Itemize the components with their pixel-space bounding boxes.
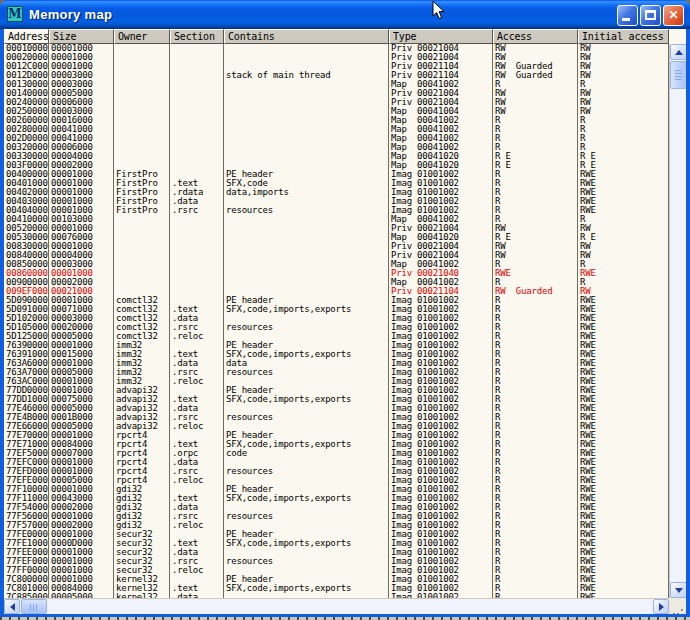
cell: 00401000: [4, 179, 49, 188]
close-button[interactable]: ✕: [663, 5, 684, 26]
table-row[interactable]: 77EFD00000001000rpcrt4.rsrcresourcesImag…: [4, 467, 669, 476]
scroll-down-button[interactable]: [670, 582, 686, 598]
table-row[interactable]: 77FE000000001000secur32PE headerImag 010…: [4, 530, 669, 539]
column-header-owner[interactable]: Owner: [114, 29, 170, 44]
resize-grip[interactable]: [669, 598, 686, 614]
memory-map-table: 0001000000001000Priv 00021004RWRW0002000…: [4, 44, 669, 598]
table-row[interactable]: 0012D00000003000stack of main threadPriv…: [4, 71, 669, 80]
table-row[interactable]: 77FEE00000001000secur32.dataImag 0100100…: [4, 548, 669, 557]
table-row[interactable]: 0024000000006000Priv 00021004RWRW: [4, 98, 669, 107]
cell: R: [493, 548, 578, 557]
cell: PE header: [224, 431, 389, 440]
table-row[interactable]: 7C80000000001000kernel32PE headerImag 01…: [4, 575, 669, 584]
cell: .reloc: [170, 521, 224, 530]
table-row[interactable]: 0085000000003000Map 00041002RR: [4, 260, 669, 269]
horizontal-scrollbar-thumb[interactable]: [21, 599, 47, 614]
table-row[interactable]: 0040400000001000FirstPro.rsrcresourcesIm…: [4, 206, 669, 215]
table-row[interactable]: 0040000000001000FirstProPE headerImag 01…: [4, 170, 669, 179]
column-header-size[interactable]: Size: [49, 29, 114, 44]
cell: R: [493, 503, 578, 512]
vertical-scrollbar[interactable]: [669, 44, 686, 598]
table-row[interactable]: 77F1000000001000gdi32PE headerImag 01001…: [4, 485, 669, 494]
table-row[interactable]: 77DD000000001000advapi32PE headerImag 01…: [4, 386, 669, 395]
cell: 00003000: [49, 71, 114, 80]
table-row[interactable]: 5D10500000020000comctl32.rsrcresourcesIm…: [4, 323, 669, 332]
cell: PE header: [224, 296, 389, 305]
table-row[interactable]: 77DD100000075000advapi32.textSFX,code,im…: [4, 395, 669, 404]
table-row[interactable]: 77E6600000005000advapi32.relocImag 01001…: [4, 422, 669, 431]
table-row[interactable]: 5D10200000003000comctl32.dataImag 010010…: [4, 314, 669, 323]
memory-map-window: M Memory map ✕ AddressSizeOwnerSectionCo…: [0, 0, 690, 617]
column-header-access[interactable]: Access: [493, 29, 578, 44]
table-row[interactable]: 7639100000015000imm32.textSFX,code,impor…: [4, 350, 669, 359]
horizontal-scrollbar[interactable]: [4, 598, 669, 614]
table-row[interactable]: 77F1100000043000gdi32.textSFX,code,impor…: [4, 494, 669, 503]
table-row[interactable]: 5D09000000001000comctl32PE headerImag 01…: [4, 296, 669, 305]
table-row[interactable]: 77FF000000001000secur32.relocImag 010010…: [4, 566, 669, 575]
column-header-address[interactable]: Address: [4, 29, 49, 44]
table-row[interactable]: 763A600000001000imm32.datadataImag 01001…: [4, 359, 669, 368]
table-row[interactable]: 0026000000016000Map 00041002RR: [4, 116, 669, 125]
table-row[interactable]: 77EF500000007000rpcrt4.orpccodeImag 0100…: [4, 449, 669, 458]
table-row[interactable]: 77F5700000002000gdi32.relocImag 01001002…: [4, 521, 669, 530]
table-row[interactable]: 0002000000001000Priv 00021004RWRW: [4, 53, 669, 62]
table-row[interactable]: 0013000000003000Map 00041002RR: [4, 80, 669, 89]
table-row[interactable]: 77F5600000001000gdi32.rsrcresourcesImag …: [4, 512, 669, 521]
cell: Imag 01001002: [389, 413, 493, 422]
table-row[interactable]: 77EFC00000001000rpcrt4.dataImag 01001002…: [4, 458, 669, 467]
table-row[interactable]: 0040200000001000FirstPro.rdatadata,impor…: [4, 188, 669, 197]
table-row[interactable]: 77EFE00000005000rpcrt4.relocImag 0100100…: [4, 476, 669, 485]
table-row[interactable]: 0040100000001000FirstPro.textSFX,codeIma…: [4, 179, 669, 188]
table-row[interactable]: 0053000000076000Map 00041020R ER E: [4, 233, 669, 242]
column-header-contains[interactable]: Contains: [224, 29, 389, 44]
table-row[interactable]: 0001000000001000Priv 00021004RWRW: [4, 44, 669, 53]
table-row[interactable]: 77E4600000005000advapi32.dataImag 010010…: [4, 404, 669, 413]
table-row[interactable]: 0090000000002000Map 00041002RR: [4, 278, 669, 287]
table-row[interactable]: 003F000000002000Map 00041020R ER E: [4, 161, 669, 170]
table-row[interactable]: 0086000000001000Priv 00021040RWERWE: [4, 269, 669, 278]
table-row[interactable]: 77F5400000002000gdi32.dataImag 01001002R…: [4, 503, 669, 512]
cell: [170, 161, 224, 170]
table-row[interactable]: 0084000000004000Priv 00021004RWRW: [4, 251, 669, 260]
table-row[interactable]: 0083000000001000Priv 00021004RWRW: [4, 242, 669, 251]
table-row[interactable]: 5D12500000005000comctl32.relocImag 01001…: [4, 332, 669, 341]
table-row[interactable]: 0033000000004000Map 00041020R ER E: [4, 152, 669, 161]
table-row[interactable]: 5D09100000071000comctl32.textSFX,code,im…: [4, 305, 669, 314]
table-row[interactable]: 009EF00000021000Priv 00021104RW GuardedR…: [4, 287, 669, 296]
cell: kernel32: [114, 575, 170, 584]
table-row[interactable]: 763A700000005000imm32.rsrcresourcesImag …: [4, 368, 669, 377]
cell: .text: [170, 350, 224, 359]
table-row[interactable]: 77FE10000000D000secur32.textSFX,code,imp…: [4, 539, 669, 548]
cell: .data: [170, 314, 224, 323]
minimize-button[interactable]: [617, 5, 638, 26]
vertical-scrollbar-thumb[interactable]: [670, 61, 686, 89]
table-row[interactable]: 77FEF00000001000secur32.rsrcresourcesIma…: [4, 557, 669, 566]
table-row[interactable]: 77E7100000084000rpcrt4.textSFX,code,impo…: [4, 440, 669, 449]
table-row[interactable]: 763AC00000001000imm32.relocImag 01001002…: [4, 377, 669, 386]
table-row[interactable]: 0014000000005000Priv 00021004RWRW: [4, 89, 669, 98]
table-row[interactable]: 0041000000103000Map 00041002RR: [4, 215, 669, 224]
column-header-type[interactable]: Type: [389, 29, 493, 44]
scroll-left-button[interactable]: [4, 599, 20, 614]
table-row[interactable]: 0052000000001000Priv 00021004RWRW: [4, 224, 669, 233]
cell: RWE: [578, 431, 669, 440]
column-header-section[interactable]: Section: [170, 29, 224, 44]
table-row[interactable]: 7639000000001000imm32PE headerImag 01001…: [4, 341, 669, 350]
table-row[interactable]: 0012C00000001000Priv 00021104RW GuardedR…: [4, 62, 669, 71]
table-row[interactable]: 002D000000041000Map 00041002RR: [4, 134, 669, 143]
maximize-button[interactable]: [640, 5, 661, 26]
table-row[interactable]: 0028000000041000Map 00041002RR: [4, 125, 669, 134]
titlebar[interactable]: M Memory map ✕: [0, 0, 690, 29]
cell: 00260000: [4, 116, 49, 125]
table-row[interactable]: 0032000000006000Map 00041002RR: [4, 143, 669, 152]
table-row[interactable]: 0040300000001000FirstPro.dataImag 010010…: [4, 197, 669, 206]
cell: RW: [578, 242, 669, 251]
table-row[interactable]: 7C80100000084000kernel32.textSFX,code,im…: [4, 584, 669, 593]
column-header-initial-access[interactable]: Initial access: [578, 29, 669, 44]
table-row[interactable]: 0025000000003000Map 00041004RWRW: [4, 107, 669, 116]
cell: code: [224, 449, 389, 458]
table-row[interactable]: 77E7000000001000rpcrt4PE headerImag 0100…: [4, 431, 669, 440]
scroll-up-button[interactable]: [670, 44, 686, 60]
scroll-right-button[interactable]: [653, 599, 669, 614]
table-row[interactable]: 77E4B0000001B000advapi32.rsrcresourcesIm…: [4, 413, 669, 422]
